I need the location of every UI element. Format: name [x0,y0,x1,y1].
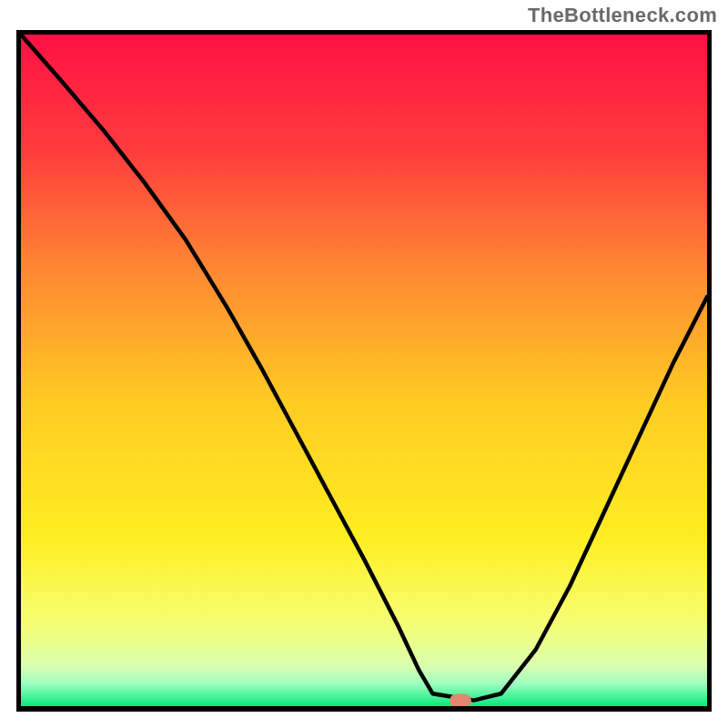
selected-point-marker [450,693,471,707]
bottleneck-curve [21,35,707,707]
watermark: TheBottleneck.com [528,4,717,27]
